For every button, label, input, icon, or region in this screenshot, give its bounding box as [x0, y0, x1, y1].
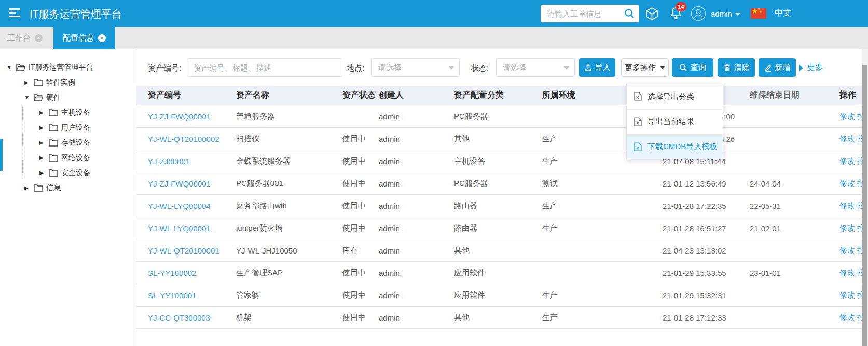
add-button[interactable]: 新增 [759, 58, 796, 77]
table-body: YJ-ZJ-FWQ00001 普通服务器 admin PC服务器 4:00 修改… [136, 105, 868, 329]
asset-name-cell: YJ-WL-JHJ10050 [236, 246, 342, 255]
user-menu[interactable]: admin [691, 5, 740, 22]
tree-item[interactable]: ▼ 硬件 [0, 90, 136, 105]
close-icon[interactable]: × [35, 34, 43, 42]
status-select[interactable]: 请选择 [496, 58, 575, 77]
china-flag-icon[interactable]: ★ ★ ★ [751, 8, 766, 19]
expander-icon[interactable]: ▶ [39, 125, 47, 130]
location-label: 地点: [347, 63, 364, 73]
modify-link[interactable]: 修改 [839, 246, 855, 255]
modify-link[interactable]: 修改 [839, 134, 855, 143]
created-time-cell: 21-01-29 15:33:55 [663, 269, 750, 277]
tree-item[interactable]: ▶ 主机设备 [0, 105, 136, 120]
table-row: YJ-ZJ-FWQ00001 PC服务器001 使用中 admin PC服务器 … [136, 172, 868, 195]
creator-cell: admin [379, 157, 454, 166]
more-link[interactable]: 更多 [799, 62, 823, 73]
tree-item[interactable]: ▶ 存储设备 [0, 135, 136, 150]
asset-status-cell: 使用中 [342, 290, 379, 300]
asset-category-cell: 其他 [454, 313, 542, 323]
tree-item[interactable]: ▶ 用户设备 [0, 120, 136, 135]
asset-no-link[interactable]: YJ-WL-LYQ00001 [148, 224, 211, 233]
asset-no-link[interactable]: SL-YY100002 [148, 269, 196, 277]
chevron-down-icon [564, 66, 569, 70]
modify-link[interactable]: 修改 [839, 179, 855, 188]
tree-item[interactable]: ▶ 网络设备 [0, 150, 136, 165]
folder-icon [34, 94, 43, 101]
table-row: YJ-WL-LYQ00001 juniper防火墙 使用中 admin 路由器 … [136, 217, 868, 239]
expander-icon[interactable]: ▶ [39, 140, 47, 145]
environment-cell: 生产 [542, 313, 663, 323]
asset-status-cell: 使用中 [342, 313, 379, 323]
modify-link[interactable]: 修改 [839, 290, 855, 299]
modify-link[interactable]: 修改 [839, 201, 855, 210]
asset-name-cell: 金蝶系统服务器 [236, 156, 342, 166]
expander-icon[interactable]: ▼ [24, 95, 32, 100]
asset-no-link[interactable]: YJ-WL-QT20100001 [148, 246, 219, 255]
avatar-icon [691, 6, 706, 21]
asset-no-input[interactable] [187, 58, 342, 77]
close-icon[interactable]: × [98, 34, 106, 42]
asset-no-link[interactable]: YJ-ZJ-FWQ00001 [148, 179, 211, 188]
expander-icon[interactable]: ▶ [24, 185, 32, 191]
expander-icon[interactable]: ▼ [7, 64, 14, 70]
asset-no-link[interactable]: YJ-ZJ-FWQ00001 [148, 112, 211, 121]
created-time-cell: 21-01-28 16:51:27 [663, 224, 750, 233]
modify-link[interactable]: 修改 [839, 112, 855, 121]
import-button[interactable]: 导入 [579, 58, 615, 77]
asset-category-cell: 路由器 [454, 223, 542, 233]
asset-status-cell: 使用中 [342, 179, 379, 189]
column-header: 资产编号 [136, 90, 236, 101]
tree-item[interactable]: ▶ 信息 [0, 180, 136, 195]
table-row: YJ-ZJ00001 金蝶系统服务器 使用中 admin 主机设备 生产 21-… [136, 150, 868, 172]
workorder-searchbox[interactable] [541, 5, 639, 22]
cube-icon[interactable] [645, 7, 659, 21]
top-header: IT服务运营管理平台 14 admin [0, 0, 868, 27]
app-root: IT服务运营管理平台 14 admin [0, 0, 868, 346]
table-row: YJ-ZJ-FWQ00001 普通服务器 admin PC服务器 4:00 修改… [136, 105, 868, 128]
asset-name-cell: 生产管理SAP [236, 268, 342, 278]
asset-no-link[interactable]: YJ-WL-LYQ00004 [148, 202, 211, 210]
modify-link[interactable]: 修改 [839, 223, 855, 232]
search-icon[interactable] [624, 8, 635, 19]
location-select[interactable]: 请选择 [371, 58, 460, 77]
asset-category-cell: 路由器 [454, 201, 542, 211]
table-row: YJ-WL-LYQ00004 财务部路由wifi 使用中 admin 路由器 生… [136, 195, 868, 217]
creator-cell: admin [379, 313, 454, 322]
folder-icon [34, 184, 43, 192]
menu-item[interactable]: 选择导出分类 [627, 84, 723, 109]
menu-item[interactable]: 导出当前结果 [627, 109, 723, 134]
expander-icon[interactable]: ▶ [39, 170, 47, 176]
modify-link[interactable]: 修改 [839, 313, 855, 322]
table-header-row: 资产编号资产名称资产状态创建人资产配置分类所属环境维保结束日期操作 [136, 86, 868, 105]
more-actions-button[interactable]: 更多操作 [621, 58, 669, 77]
asset-name-cell: 扫描仪 [236, 134, 342, 144]
menu-toggle-icon[interactable] [9, 8, 20, 19]
modify-link[interactable]: 修改 [839, 268, 855, 277]
clear-button[interactable]: 清除 [718, 58, 755, 77]
tab-active[interactable]: 配置信息 × [53, 27, 115, 49]
expander-icon[interactable]: ▶ [39, 110, 47, 115]
menu-item[interactable]: 下载CMDB导入模板 [627, 134, 723, 159]
asset-name-cell: PC服务器001 [236, 179, 342, 189]
expander-icon[interactable]: ▶ [39, 155, 47, 161]
asset-category-cell: 其他 [454, 134, 542, 144]
modify-link[interactable]: 修改 [839, 156, 855, 165]
asset-no-link[interactable]: YJ-WL-QT20100002 [148, 135, 219, 143]
expander-icon[interactable]: ▶ [24, 79, 32, 85]
sidebar-accent-strip[interactable] [0, 139, 3, 171]
tree-item-label: 主机设备 [61, 108, 90, 117]
query-button[interactable]: 查询 [672, 58, 713, 77]
language-switch[interactable]: 中文 [775, 8, 791, 19]
asset-category-cell: 应用软件 [454, 290, 542, 300]
asset-no-link[interactable]: YJ-ZJ00001 [148, 157, 190, 166]
notifications-button[interactable]: 14 [670, 6, 685, 22]
tree-item-label: 安全设备 [61, 168, 90, 178]
tab-inactive[interactable]: 工作台 × [0, 27, 50, 49]
warranty-end-cell: 21-02-01 [750, 224, 830, 233]
asset-no-link[interactable]: SL-YY100001 [148, 291, 196, 300]
scrollbar-thumb[interactable] [862, 65, 867, 346]
asset-no-link[interactable]: YJ-CC-QT300003 [148, 313, 210, 322]
tree-item[interactable]: ▼ IT服务运营管理平台 [0, 60, 136, 75]
tree-item[interactable]: ▶ 软件实例 [0, 75, 136, 90]
tree-item[interactable]: ▶ 安全设备 [0, 165, 136, 180]
